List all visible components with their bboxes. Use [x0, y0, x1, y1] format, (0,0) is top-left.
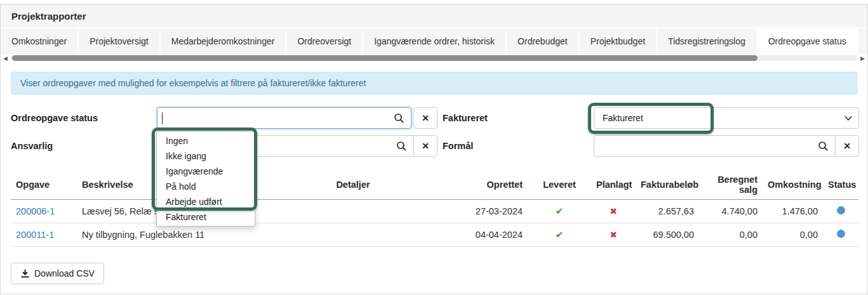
clear-formaal-button[interactable]: ✕: [835, 135, 859, 157]
dropdown-option-ingen[interactable]: Ingen: [157, 133, 255, 148]
formaal-input-wrap: [594, 135, 836, 157]
tab-igangvaerende-ordrer-historisk[interactable]: Igangværende ordrer, historisk: [363, 29, 507, 54]
horizontal-scrollbar[interactable]: ◀ ▶: [1, 54, 867, 63]
tab-ordreopgave-status[interactable]: Ordreopgave status: [758, 29, 858, 54]
calculated-sale: 4.740,00: [699, 200, 763, 223]
tab-content: Viser ordreopgaver med mulighed for ekse…: [1, 63, 867, 294]
page-title: Projektrapporter: [11, 11, 86, 22]
chevron-down-icon: [845, 115, 852, 121]
ordreopgave-status-filter: ✕: [157, 107, 437, 129]
col-header-status: Status: [823, 170, 858, 200]
task-details: [261, 200, 445, 223]
col-header-fakturabeloeb: Fakturabeløb: [636, 170, 699, 200]
report-panel: Projektrapporter Omkostninger Projektove…: [0, 4, 868, 294]
invoice-amount: 2.657,63: [636, 200, 699, 223]
info-alert: Viser ordreopgaver med mulighed for ekse…: [11, 72, 857, 95]
close-icon: ✕: [843, 141, 851, 151]
text-caret: [162, 112, 163, 124]
ordreopgave-status-input-wrap: [157, 107, 411, 129]
tab-tidsregistreringslog[interactable]: Tidsregistreringslog: [657, 29, 758, 54]
cost: 0,00: [763, 223, 823, 247]
planned-cross-icon: ✖: [610, 230, 617, 240]
col-header-beregnet-salg: Beregnet salg: [699, 170, 763, 200]
download-csv-label: Download CSV: [34, 268, 95, 279]
table-row: 200006-1 Læsvej 56, Relæ sk 27-03-2024 ✔…: [11, 200, 858, 223]
tab-ordrebudget[interactable]: Ordrebudget: [507, 29, 580, 54]
tab-projektbudget[interactable]: Projektbudget: [580, 29, 657, 54]
col-header-leveret: Leveret: [528, 170, 591, 200]
task-description: Ny tilbygning, Fuglebakken 11: [77, 223, 261, 247]
col-header-omkostning: Omkostning: [763, 170, 823, 200]
dropdown-option-ikke-igang[interactable]: Ikke igang: [157, 148, 255, 164]
dropdown-option-paa-hold[interactable]: På hold: [157, 179, 255, 194]
table-row: 200011-1 Ny tilbygning, Fuglebakken 11 0…: [11, 223, 858, 247]
table-header-row: Opgave Beskrivelse Detaljer Oprettet Lev…: [11, 170, 858, 200]
tab-medarbejderomkostninger[interactable]: Medarbejderomkostninger: [161, 29, 287, 54]
tab-omkostninger[interactable]: Omkostninger: [1, 29, 79, 54]
faktureret-select[interactable]: Faktureret: [594, 107, 859, 129]
search-icon[interactable]: [394, 113, 404, 124]
invoice-amount: 69.500,00: [636, 223, 699, 247]
status-dot: [837, 230, 845, 238]
download-csv-button[interactable]: Download CSV: [11, 263, 104, 284]
task-created-date: 04-04-2024: [445, 223, 528, 247]
tab-ordreoversigt[interactable]: Ordreoversigt: [286, 29, 363, 54]
panel-header: Projektrapporter: [1, 4, 867, 29]
status-dot: [837, 206, 845, 214]
info-alert-text: Viser ordreopgaver med mulighed for ekse…: [20, 78, 366, 88]
formaal-label: Formål: [437, 135, 594, 157]
dropdown-option-arbejde-udfoert[interactable]: Arbejde udført: [157, 194, 255, 209]
scroll-left-arrow-icon[interactable]: ◀: [3, 55, 8, 62]
formaal-filter: ✕: [594, 135, 859, 157]
col-header-detaljer: Detaljer: [261, 170, 445, 200]
dropdown-option-igangvaerende[interactable]: Igangværende: [157, 164, 255, 179]
col-header-planlagt: Planlagt: [591, 170, 636, 200]
calculated-sale: 0,00: [699, 223, 763, 247]
projektrapporter-page: Projektrapporter Omkostninger Projektove…: [0, 0, 868, 295]
ordreopgave-status-input[interactable]: [157, 108, 411, 128]
download-icon: [20, 269, 30, 279]
tab-detaljer-clipped[interactable]: Det: [858, 29, 867, 54]
close-icon: ✕: [422, 113, 429, 123]
ansvarlig-label: Ansvarlig: [11, 135, 157, 157]
cost: 1.476,00: [763, 200, 823, 223]
task-created-date: 27-03-2024: [445, 200, 528, 223]
task-link[interactable]: 200006-1: [16, 206, 55, 216]
tab-projektoversigt[interactable]: Projektoversigt: [79, 29, 161, 54]
dropdown-option-faktureret[interactable]: Faktureret: [157, 209, 255, 225]
tab-bar: Omkostninger Projektoversigt Medarbejder…: [1, 29, 867, 54]
search-icon[interactable]: [396, 141, 407, 152]
scroll-right-arrow-icon[interactable]: ▶: [860, 55, 865, 62]
filter-grid: Ordreopgave status ✕ Faktureret: [11, 107, 857, 157]
delivered-check-icon: ✔: [556, 229, 564, 240]
order-task-table: Opgave Beskrivelse Detaljer Oprettet Lev…: [11, 170, 858, 247]
col-header-oprettet: Oprettet: [445, 170, 528, 200]
clear-ansvarlig-button[interactable]: ✕: [413, 135, 437, 157]
search-icon[interactable]: [818, 141, 829, 152]
scrollbar-thumb[interactable]: [12, 55, 758, 61]
clear-ordreopgave-status-button[interactable]: ✕: [413, 107, 437, 129]
task-details: [261, 223, 445, 247]
ordreopgave-status-label: Ordreopgave status: [11, 107, 157, 129]
task-link[interactable]: 200011-1: [16, 230, 54, 240]
faktureret-label: Faktureret: [437, 107, 594, 129]
formaal-input[interactable]: [594, 136, 835, 156]
delivered-check-icon: ✔: [556, 206, 564, 216]
status-dropdown-list: Ingen Ikke igang Igangværende På hold Ar…: [156, 131, 255, 226]
close-icon: ✕: [422, 141, 429, 151]
planned-cross-icon: ✖: [610, 206, 617, 216]
faktureret-selected-value: Faktureret: [603, 113, 643, 123]
col-header-opgave: Opgave: [11, 170, 77, 200]
